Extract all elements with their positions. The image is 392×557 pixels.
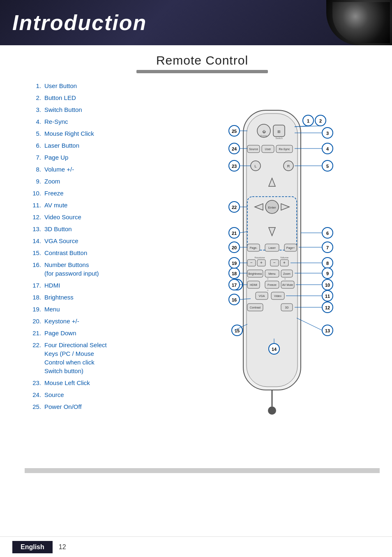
page-number: 12 (59, 543, 66, 551)
bottom-bar (25, 468, 380, 473)
footer: English 12 (0, 536, 392, 557)
list-item: 3. Switch Button (29, 105, 160, 114)
list-item: 9. Zoom (29, 177, 160, 186)
list-item: 7. Page Up (29, 153, 160, 162)
svg-text:20: 20 (232, 245, 237, 250)
list-item: 23. Mouse Left Click (29, 378, 160, 387)
svg-text:VGA: VGA (259, 295, 265, 297)
svg-text:18: 18 (232, 271, 237, 276)
section-divider (136, 70, 268, 73)
svg-text:23: 23 (232, 164, 237, 169)
svg-text:−: − (273, 260, 276, 265)
svg-text:+: + (260, 260, 263, 265)
svg-text:8: 8 (326, 261, 329, 266)
svg-text:Switch: Switch (275, 137, 283, 139)
svg-text:Zoom: Zoom (283, 272, 291, 275)
svg-text:25: 25 (232, 129, 237, 134)
svg-text:Keystone: Keystone (254, 256, 265, 259)
svg-text:Source: Source (249, 148, 258, 151)
svg-text:Page-: Page- (250, 246, 258, 250)
item-list: 1. User Button 2. Button LED 3. Switch B… (29, 81, 160, 411)
svg-text:3: 3 (326, 131, 329, 136)
svg-text:9: 9 (326, 271, 329, 276)
svg-text:Menu: Menu (268, 272, 276, 275)
list-item: 8. Volume +/- (29, 165, 160, 174)
svg-text:⊞: ⊞ (277, 130, 281, 134)
svg-text:⏻: ⏻ (262, 130, 266, 134)
svg-text:4: 4 (326, 146, 329, 151)
svg-text:Power: Power (260, 135, 267, 137)
list-item: 14. VGA Source (29, 237, 160, 245)
section-header: Remote Control (25, 53, 380, 73)
svg-text:Page+: Page+ (286, 246, 295, 250)
svg-text:R: R (287, 164, 290, 168)
list-item: 18. Brightness (29, 293, 160, 302)
header: Introduction (0, 0, 392, 45)
main-content: Remote Control 1. User Button 2. Button … (0, 45, 392, 481)
svg-text:−: − (250, 260, 253, 265)
svg-text:User: User (265, 148, 271, 151)
list-item: 13. 3D Button (29, 225, 160, 233)
language-label: English (12, 541, 53, 553)
svg-text:1: 1 (307, 118, 309, 123)
page-title: Introduction (12, 10, 147, 35)
svg-text:19: 19 (232, 261, 237, 266)
list-item: 1. User Button (29, 81, 160, 90)
content-columns: 1. User Button 2. Button LED 3. Switch B… (25, 81, 380, 464)
list-item: 25. Power On/Off (29, 402, 160, 411)
svg-text:17: 17 (232, 283, 237, 288)
list-item: 19. Menu (29, 305, 160, 313)
svg-text:Video: Video (274, 295, 281, 297)
svg-text:3D: 3D (285, 306, 289, 309)
list-item: 12. Video Source (29, 213, 160, 221)
svg-text:2: 2 (319, 118, 322, 123)
section-title: Remote Control (25, 53, 380, 67)
svg-text:L: L (254, 164, 256, 168)
list-item: 22. Four Directional SelectKeys (PC / Mo… (29, 341, 160, 375)
list-item: 10. Freeze (29, 189, 160, 197)
svg-text:+: + (283, 260, 286, 265)
list-item: 5. Mouse Right Click (29, 129, 160, 138)
remote-diagram-column: ⏻ Power ⊞ Switch Source User Re-Sync L R (164, 81, 380, 464)
svg-text:AV Mute: AV Mute (282, 283, 293, 286)
remote-control-diagram: ⏻ Power ⊞ Switch Source User Re-Sync L R (206, 86, 338, 464)
lens-decoration (326, 0, 392, 45)
svg-text:5: 5 (326, 164, 329, 169)
list-item: 11. AV mute (29, 201, 160, 209)
svg-text:22: 22 (232, 205, 237, 210)
svg-text:10: 10 (325, 283, 330, 288)
svg-text:Contrast: Contrast (250, 306, 261, 309)
svg-text:21: 21 (232, 231, 237, 236)
svg-text:6: 6 (326, 231, 329, 236)
list-item: 24. Source (29, 390, 160, 399)
svg-text:Brightness: Brightness (248, 272, 262, 276)
svg-text:13: 13 (325, 328, 330, 333)
svg-text:Laser: Laser (268, 246, 276, 249)
svg-text:HDMI: HDMI (250, 283, 257, 286)
svg-text:16: 16 (232, 297, 237, 302)
svg-text:11: 11 (325, 294, 330, 299)
list-item: 4. Re-Sync (29, 117, 160, 126)
svg-text:7: 7 (326, 245, 329, 250)
svg-text:14: 14 (272, 347, 277, 352)
svg-text:Volume: Volume (280, 256, 289, 259)
svg-text:Freeze: Freeze (267, 283, 277, 286)
list-item: 20. Keystone +/- (29, 317, 160, 325)
list-item: 17. HDMI (29, 281, 160, 290)
svg-text:12: 12 (325, 305, 330, 310)
list-item: 16. Number Buttons(for password input) (29, 260, 160, 278)
svg-text:Re-Sync: Re-Sync (279, 148, 290, 151)
item-list-column: 1. User Button 2. Button LED 3. Switch B… (25, 81, 160, 464)
list-item: 2. Button LED (29, 93, 160, 102)
svg-point-66 (268, 406, 276, 415)
svg-text:24: 24 (232, 146, 237, 151)
list-item: 21. Page Down (29, 329, 160, 337)
list-item: 15. Contrast Button (29, 248, 160, 257)
list-item: 6. Laser Button (29, 141, 160, 150)
svg-text:Enter: Enter (268, 206, 276, 209)
